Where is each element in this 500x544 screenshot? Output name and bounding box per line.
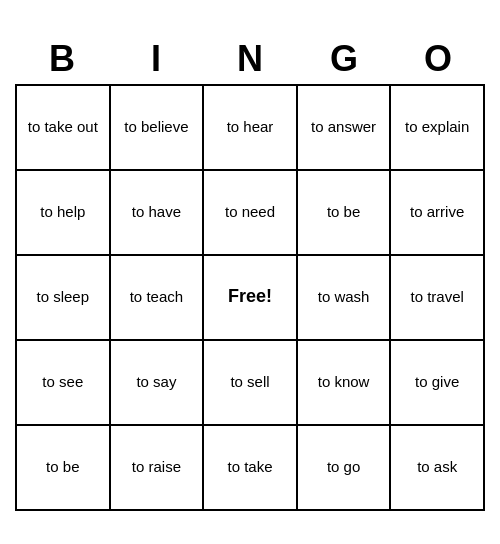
- bingo-cell-7: to need: [204, 171, 298, 256]
- bingo-cell-21: to raise: [111, 426, 205, 511]
- bingo-cell-19: to give: [391, 341, 485, 426]
- header-letter-i: I: [109, 34, 203, 84]
- bingo-cell-10: to sleep: [17, 256, 111, 341]
- header-letter-g: G: [297, 34, 391, 84]
- bingo-cell-5: to help: [17, 171, 111, 256]
- bingo-cell-3: to answer: [298, 86, 392, 171]
- bingo-cell-20: to be: [17, 426, 111, 511]
- header-letter-b: B: [15, 34, 109, 84]
- bingo-cell-11: to teach: [111, 256, 205, 341]
- bingo-cell-18: to know: [298, 341, 392, 426]
- bingo-cell-13: to wash: [298, 256, 392, 341]
- bingo-cell-0: to take out: [17, 86, 111, 171]
- bingo-cell-17: to sell: [204, 341, 298, 426]
- bingo-cell-1: to believe: [111, 86, 205, 171]
- bingo-grid: to take outto believeto hearto answerto …: [15, 84, 485, 511]
- bingo-cell-15: to see: [17, 341, 111, 426]
- bingo-cell-24: to ask: [391, 426, 485, 511]
- bingo-cell-16: to say: [111, 341, 205, 426]
- bingo-card: BINGO to take outto believeto hearto ans…: [15, 34, 485, 511]
- bingo-cell-8: to be: [298, 171, 392, 256]
- header-letter-o: O: [391, 34, 485, 84]
- bingo-cell-23: to go: [298, 426, 392, 511]
- bingo-cell-22: to take: [204, 426, 298, 511]
- bingo-cell-12: Free!: [204, 256, 298, 341]
- bingo-cell-14: to travel: [391, 256, 485, 341]
- header-letter-n: N: [203, 34, 297, 84]
- bingo-cell-2: to hear: [204, 86, 298, 171]
- bingo-cell-6: to have: [111, 171, 205, 256]
- bingo-cell-4: to explain: [391, 86, 485, 171]
- bingo-cell-9: to arrive: [391, 171, 485, 256]
- bingo-header: BINGO: [15, 34, 485, 84]
